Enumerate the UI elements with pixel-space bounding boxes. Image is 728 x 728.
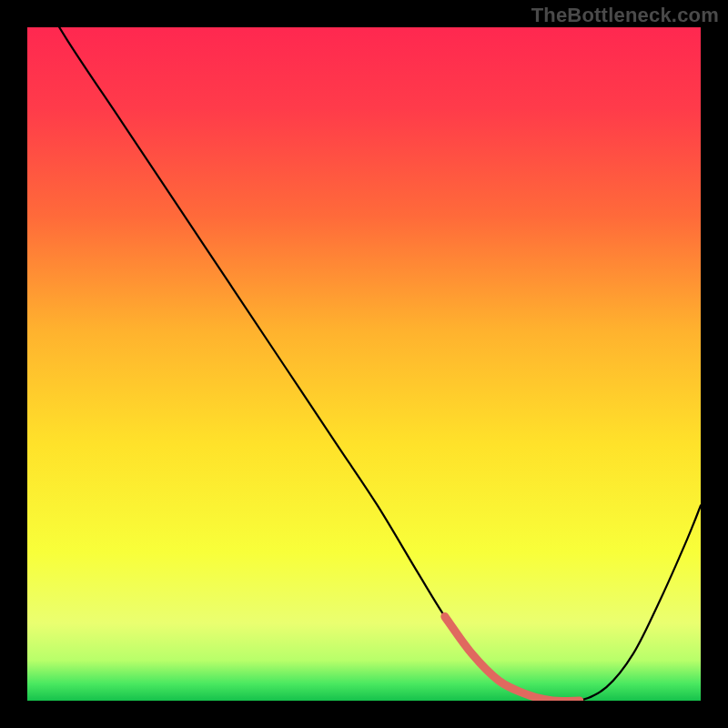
plot-area [27, 27, 701, 701]
bottleneck-curve [27, 27, 701, 701]
chart-frame: TheBottleneck.com [0, 0, 728, 728]
bottleneck-highlight [445, 617, 580, 702]
curve-layer [27, 27, 701, 701]
watermark-text: TheBottleneck.com [531, 4, 719, 27]
